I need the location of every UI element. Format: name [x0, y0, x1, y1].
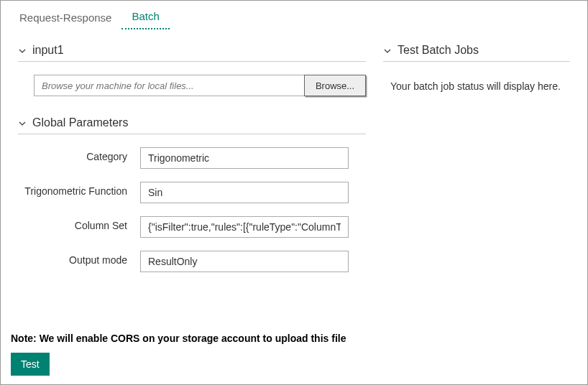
section-test-batch-header[interactable]: Test Batch Jobs [383, 44, 570, 62]
param-label-output-mode: Output mode [18, 251, 140, 266]
file-path-input[interactable] [34, 75, 305, 96]
param-row-category: Category [18, 147, 366, 169]
file-upload-row: Browse... [34, 75, 366, 96]
output-mode-input[interactable] [140, 251, 349, 272]
browse-button[interactable]: Browse... [304, 75, 366, 96]
chevron-down-icon [383, 47, 390, 54]
trig-func-input[interactable] [140, 182, 349, 203]
section-input1-title: input1 [32, 44, 64, 57]
param-row-column-set: Column Set [18, 216, 366, 238]
cors-note: Note: We will enable CORS on your storag… [11, 333, 346, 344]
batch-status-text: Your batch job status will display here. [383, 75, 570, 92]
param-row-output-mode: Output mode [18, 251, 366, 272]
param-label-category: Category [18, 147, 140, 162]
section-global-params-header[interactable]: Global Parameters [18, 116, 366, 134]
chevron-down-icon [18, 47, 25, 54]
param-label-column-set: Column Set [18, 216, 140, 231]
tab-batch[interactable]: Batch [121, 4, 169, 29]
param-row-trig-func: Trigonometric Function [18, 182, 366, 203]
category-input[interactable] [140, 147, 349, 169]
tab-request-response[interactable]: Request-Response [9, 6, 121, 29]
chevron-down-icon [18, 119, 25, 126]
column-set-input[interactable] [140, 216, 349, 238]
tabs-bar: Request-Response Batch [1, 1, 587, 29]
test-button[interactable]: Test [11, 353, 50, 376]
param-label-trig-func: Trigonometric Function [18, 182, 140, 197]
section-global-params-title: Global Parameters [32, 116, 128, 129]
section-input1-header[interactable]: input1 [18, 44, 366, 62]
section-test-batch-title: Test Batch Jobs [398, 44, 479, 57]
